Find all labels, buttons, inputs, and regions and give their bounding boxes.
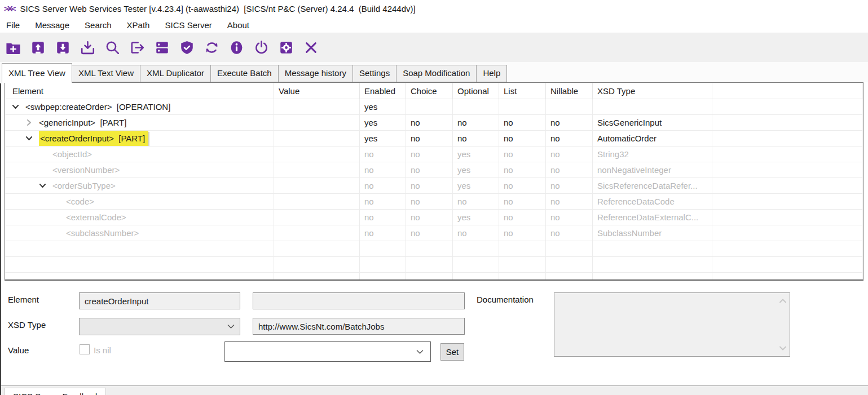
cell-filler (712, 178, 863, 194)
cell-choice: no (406, 162, 453, 178)
column-header-element[interactable]: Element (5, 83, 274, 99)
menu-item-file[interactable]: File (6, 20, 20, 30)
cell-nillable: no (546, 147, 593, 162)
feedback-panel-tab[interactable]: SICS Server Feedback (5, 388, 106, 395)
shutdown-power-button[interactable] (253, 39, 270, 56)
tab-xml-tree-view[interactable]: XML Tree View (2, 63, 72, 83)
new-folder-button[interactable] (5, 39, 22, 56)
chevron-down-icon[interactable] (37, 180, 48, 192)
cell-filler (712, 210, 863, 225)
chevron-down-icon[interactable] (23, 133, 34, 144)
tab-message-history[interactable]: Message history (279, 65, 353, 82)
tree-row-code[interactable]: <code>nononononoReferenceDataCode (5, 194, 863, 210)
element-extra-input[interactable] (253, 292, 465, 309)
tree-row-createorderinput[interactable]: <createOrderInput> [PART]yesnonononoAuto… (5, 131, 863, 147)
cell-value (274, 131, 360, 147)
cell-optional: no (453, 194, 499, 210)
column-header-nillable[interactable]: Nillable (546, 83, 593, 99)
tree-row-versionnumber[interactable]: <versionNumber>nonoyesnonononNegativeInt… (5, 162, 863, 178)
import-message-button[interactable] (29, 39, 47, 56)
menu-item-about[interactable]: About (227, 20, 249, 30)
tab-help[interactable]: Help (477, 65, 507, 82)
empty-cell (546, 273, 593, 281)
close-x-icon (303, 39, 319, 56)
value-combobox[interactable] (224, 341, 431, 362)
search-button[interactable] (104, 39, 121, 56)
tab-soap-modification[interactable]: Soap Modification (396, 65, 477, 82)
settings-gear-icon (278, 39, 294, 56)
save-message-button[interactable] (79, 39, 96, 56)
empty-cell (274, 257, 360, 273)
chevron-spacer (50, 196, 61, 207)
set-button[interactable]: Set (440, 343, 464, 361)
cell-enabled: no (360, 147, 406, 162)
element-label: Element (8, 295, 39, 304)
cell-enabled: yes (360, 99, 406, 115)
cell-xsd-type: SubclassNumber (593, 225, 712, 241)
export-message-button[interactable] (54, 39, 72, 56)
tree-row-swbpep-createorder[interactable]: <swbpep:createOrder> [OPERATION]yes (5, 99, 863, 115)
tab-xml-text-view[interactable]: XML Text View (72, 65, 140, 82)
column-header-value[interactable]: Value (274, 83, 360, 99)
cell-element: <externalCode> (5, 210, 274, 225)
empty-cell (546, 241, 593, 257)
tree-row-ordersubtype[interactable]: <orderSubType>nonoyesnonoSicsReferenceDa… (5, 178, 863, 194)
cell-optional (453, 99, 499, 115)
cell-value (274, 147, 360, 162)
tab-execute-batch[interactable]: Execute Batch (211, 65, 279, 82)
tree-row-subclassnumber[interactable]: <subclassNumber>nononononoSubclassNumber (5, 225, 863, 241)
menu-item-sics-server[interactable]: SICS Server (165, 20, 212, 30)
xml-tree-table: ElementValueEnabledChoiceOptionalListNil… (5, 82, 863, 281)
chevron-down-icon[interactable] (10, 101, 21, 113)
cell-element: <genericInput> [PART] (5, 115, 274, 131)
menu-item-message[interactable]: Message (35, 20, 69, 30)
cell-choice: no (406, 210, 453, 225)
column-header-list[interactable]: List (499, 83, 546, 99)
empty-cell (546, 257, 593, 273)
cell-xsd-type: SicsGenericInput (593, 115, 712, 131)
chevron-down-icon (416, 349, 424, 354)
namespace-input[interactable] (253, 318, 465, 335)
column-header-xsd-type[interactable]: XSD Type (593, 83, 712, 99)
column-header-optional[interactable]: Optional (453, 83, 499, 99)
cell-nillable: no (546, 194, 593, 210)
element-tag: <subclassNumber> (66, 225, 139, 241)
tab-xml-duplicator[interactable]: XML Duplicator (140, 65, 211, 82)
cell-enabled: no (360, 210, 406, 225)
chevron-right-icon[interactable] (23, 117, 34, 128)
cell-list: no (499, 115, 546, 131)
element-name-input[interactable] (79, 292, 240, 309)
refresh-button[interactable] (203, 39, 221, 56)
close-button[interactable] (302, 39, 320, 56)
empty-cell (5, 241, 274, 257)
send-request-button[interactable] (129, 39, 146, 56)
empty-cell (499, 257, 546, 273)
tree-row-objectid[interactable]: <objectId>nonoyesnonoString32 (5, 147, 863, 162)
cell-element: <orderSubType> (5, 178, 274, 194)
cell-value (274, 194, 360, 210)
xsd-type-dropdown[interactable] (79, 318, 240, 335)
empty-cell (360, 257, 406, 273)
column-header-choice[interactable]: Choice (406, 83, 453, 99)
cell-choice: no (406, 178, 453, 194)
server-profiles-button[interactable] (153, 39, 171, 56)
validate-shield-button[interactable] (178, 39, 196, 56)
tab-settings[interactable]: Settings (353, 65, 396, 82)
table-body: <swbpep:createOrder> [OPERATION]yes<gene… (5, 99, 863, 281)
documentation-area[interactable] (554, 292, 790, 357)
cell-nillable: no (546, 225, 593, 241)
column-header-enabled[interactable]: Enabled (360, 83, 406, 99)
tree-row-genericinput[interactable]: <genericInput> [PART]yesnonononoSicsGene… (5, 115, 863, 131)
menu-item-search[interactable]: Search (85, 20, 112, 30)
menu-item-xpath[interactable]: XPath (127, 20, 150, 30)
cell-nillable: no (546, 131, 593, 147)
element-tag: <versionNumber> (52, 162, 120, 177)
tree-row-externalcode[interactable]: <externalCode>nonoyesnonoReferenceDataEx… (5, 210, 863, 225)
cell-list: no (499, 178, 546, 194)
cell-choice: no (406, 194, 453, 210)
is-nil-checkbox[interactable] (80, 344, 90, 354)
cell-optional: yes (453, 210, 499, 225)
settings-gear-button[interactable] (277, 39, 295, 56)
empty-row (5, 257, 863, 273)
info-button[interactable] (228, 39, 245, 56)
